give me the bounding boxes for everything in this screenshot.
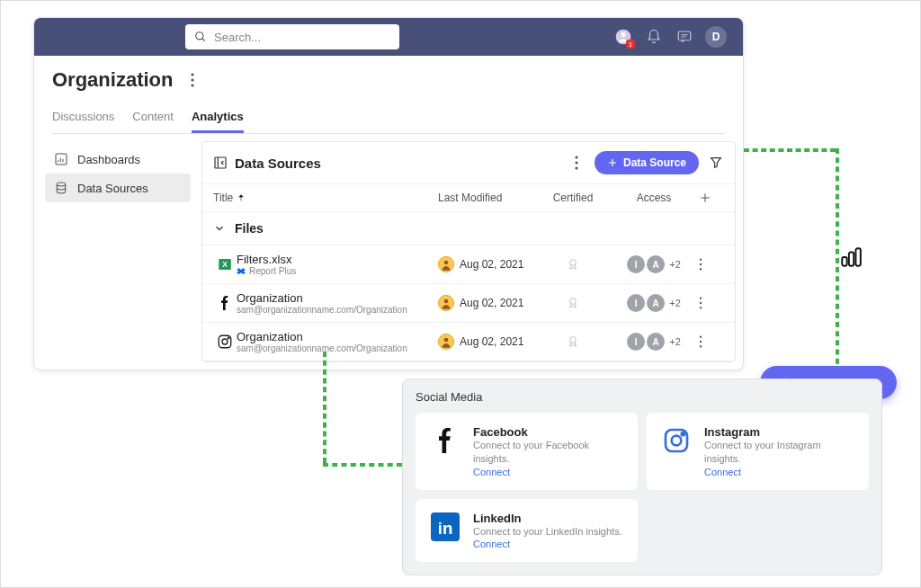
social-media-panel: Social Media Facebook Connect to your Fa… [402, 379, 882, 575]
dropbox-icon [237, 267, 246, 276]
svg-rect-49 [849, 253, 854, 266]
row-more-icon[interactable] [699, 258, 724, 271]
row-more-icon[interactable] [699, 335, 724, 348]
bell-icon[interactable] [644, 27, 664, 47]
svg-point-32 [700, 268, 702, 270]
table-row[interactable]: Organization sam@organizationname.com/Or… [202, 284, 735, 323]
svg-point-0 [196, 32, 203, 40]
chart-icon [839, 245, 866, 272]
data-sources-panel: Data Sources Data Source Title L [201, 141, 736, 362]
collapse-icon[interactable] [213, 156, 228, 170]
social-desc: Connect to your LinkedIn insights. [473, 525, 623, 539]
excel-icon: X [213, 256, 237, 272]
add-data-source-button[interactable]: Data Source [595, 151, 699, 174]
sidebar-item-data-sources[interactable]: Data Sources [45, 174, 191, 202]
svg-point-43 [444, 338, 449, 343]
svg-rect-15 [215, 157, 226, 168]
svg-point-19 [575, 166, 577, 169]
user-avatar-icon [438, 256, 454, 272]
svg-point-9 [192, 84, 194, 86]
social-name: LinkedIn [473, 512, 623, 525]
connect-link[interactable]: Connect [473, 539, 623, 549]
content-area: Dashboards Data Sources Data Sources [34, 134, 743, 370]
instagram-icon [661, 425, 692, 456]
row-access: I A +2 [609, 255, 699, 273]
dashboard-icon [54, 152, 68, 166]
svg-rect-50 [855, 248, 860, 266]
svg-point-14 [57, 183, 65, 186]
svg-point-41 [228, 337, 229, 339]
svg-point-54 [672, 436, 682, 446]
database-icon [54, 181, 68, 195]
svg-line-1 [202, 39, 205, 41]
plus-icon [607, 157, 618, 168]
chat-icon[interactable] [675, 27, 694, 47]
row-modified-date: Aug 02, 2021 [460, 335, 523, 348]
svg-point-36 [700, 298, 702, 299]
page-more-icon[interactable] [183, 71, 201, 89]
connector-line [744, 148, 836, 152]
social-name: Instagram [704, 425, 854, 439]
sort-asc-icon [237, 193, 246, 202]
row-access: I A +2 [609, 294, 699, 312]
page-title: Organization [52, 68, 173, 92]
panel-title-text: Data Sources [235, 156, 321, 171]
row-access: I A +2 [609, 333, 699, 351]
svg-point-55 [682, 432, 684, 435]
tab-discussions[interactable]: Discussions [52, 102, 114, 133]
social-card-facebook[interactable]: Facebook Connect to your Facebook insigh… [416, 413, 638, 490]
svg-point-8 [192, 78, 194, 81]
svg-point-44 [570, 337, 577, 343]
topbar: Search... 1 D [34, 18, 743, 56]
certified-icon [537, 334, 609, 349]
column-title[interactable]: Title [213, 192, 438, 204]
social-card-instagram[interactable]: Instagram Connect to your Instagram insi… [647, 413, 869, 490]
search-placeholder: Search... [214, 31, 261, 44]
sidebar-item-dashboards[interactable]: Dashboards [45, 145, 191, 174]
column-certified[interactable]: Certified [537, 192, 609, 204]
tab-content[interactable]: Content [132, 102, 174, 133]
chevron-down-icon [213, 222, 226, 235]
panel-header: Data Sources Data Source [202, 142, 735, 184]
svg-point-38 [700, 307, 702, 308]
svg-rect-4 [678, 31, 691, 40]
search-icon [194, 31, 207, 43]
notifications-badge-icon[interactable]: 1 [613, 27, 633, 47]
column-access[interactable]: Access [609, 192, 699, 204]
linkedin-icon: in [430, 512, 460, 542]
svg-point-47 [700, 345, 702, 347]
connect-link[interactable]: Connect [704, 467, 854, 477]
add-column-icon[interactable] [699, 192, 724, 204]
svg-point-34 [444, 299, 449, 304]
column-modified[interactable]: Last Modified [438, 192, 537, 204]
tab-analytics[interactable]: Analytics [192, 102, 244, 133]
connect-link[interactable]: Connect [473, 467, 623, 477]
svg-point-29 [570, 260, 577, 266]
group-row-files[interactable]: Files [202, 212, 735, 245]
row-title: Organization [237, 330, 438, 343]
sidebar-item-label: Data Sources [77, 182, 148, 195]
sidebar: Dashboards Data Sources [41, 141, 194, 362]
svg-point-37 [700, 302, 702, 304]
panel-more-icon[interactable] [568, 154, 586, 172]
certified-icon [537, 257, 609, 272]
user-avatar-icon [438, 334, 454, 350]
page-header: Organization Discussions Content Analyti… [34, 56, 743, 134]
certified-icon [537, 296, 609, 310]
social-desc: Connect to your Facebook insights. [473, 439, 623, 467]
connector-line [323, 463, 402, 467]
user-avatar[interactable]: D [705, 26, 727, 48]
svg-point-7 [192, 73, 194, 76]
search-input[interactable]: Search... [185, 24, 399, 49]
svg-point-40 [222, 339, 228, 344]
svg-point-35 [570, 298, 577, 305]
table-row[interactable]: Organization sam@organizationname.com/Or… [202, 323, 735, 361]
svg-text:in: in [438, 519, 453, 538]
filter-icon[interactable] [708, 155, 724, 171]
row-more-icon[interactable] [699, 297, 724, 309]
table-row[interactable]: X Filters.xlsx Report Plus Aug 02, 2021 [202, 245, 735, 284]
social-card-linkedin[interactable]: in LinkedIn Connect to your LinkedIn ins… [416, 499, 638, 562]
svg-point-18 [575, 161, 577, 164]
tabs: Discussions Content Analytics [52, 102, 725, 134]
row-title: Organization [237, 291, 438, 305]
